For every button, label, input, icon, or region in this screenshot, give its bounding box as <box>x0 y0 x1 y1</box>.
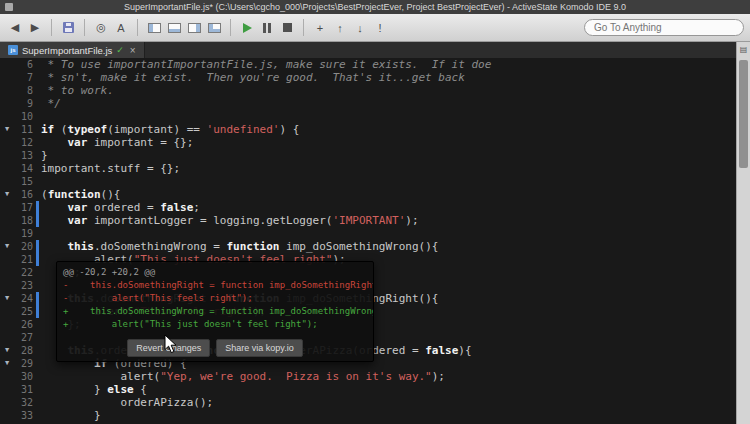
scrollbar-thumb[interactable] <box>739 60 748 168</box>
tab-close-icon[interactable]: × <box>130 45 136 56</box>
change-gutter <box>36 136 39 149</box>
change-gutter <box>36 162 39 175</box>
change-marker <box>36 201 39 214</box>
jump-prev-button[interactable]: ↑ <box>331 18 349 38</box>
toolbar: ◀▶◎A+↑↓! <box>0 14 750 42</box>
line-number: 29 <box>14 357 36 370</box>
change-marker <box>36 240 39 253</box>
line-number: 32 <box>14 396 36 409</box>
code-text: var importantLogger = logging.getLogger(… <box>41 214 736 227</box>
fold-arrow-icon[interactable]: ▼ <box>0 188 14 201</box>
code-line: 6 * To use importantImportantFile.js, ma… <box>0 58 736 71</box>
save-button-icon <box>63 22 74 33</box>
change-gutter <box>36 344 39 357</box>
window-title: SuperImportantFile.js* (C:\Users\cgcho_0… <box>124 2 626 12</box>
change-gutter <box>36 396 39 409</box>
content: js SuperImportantFile.js ✓ × 6 * To use … <box>0 42 750 424</box>
change-marker <box>36 253 39 266</box>
line-number: 8 <box>14 84 36 97</box>
fold-arrow-icon[interactable]: ▼ <box>0 344 14 357</box>
fold-gutter <box>0 227 14 240</box>
fold-arrow-icon[interactable]: ▼ <box>0 357 14 370</box>
color-scheme-button[interactable]: A <box>112 18 130 38</box>
change-marker <box>36 292 39 305</box>
add-button[interactable]: + <box>311 18 329 38</box>
change-gutter <box>36 84 39 97</box>
share-kopy-button[interactable]: Share via kopy.io <box>216 339 302 357</box>
line-number: 18 <box>14 214 36 227</box>
code-line: 32 orderAPizza(); <box>0 396 736 409</box>
code-text: } <box>41 149 736 162</box>
code-line: 13} <box>0 149 736 162</box>
line-number: 30 <box>14 370 36 383</box>
change-gutter <box>36 175 39 188</box>
stop-button[interactable] <box>278 18 296 38</box>
tab-label: SuperImportantFile.js <box>22 45 112 56</box>
pause-button-icon <box>263 23 271 33</box>
toggle-right-pane-button[interactable] <box>185 18 203 38</box>
code-editor[interactable]: 6 * To use importantImportantFile.js, ma… <box>0 58 736 424</box>
save-button[interactable] <box>59 18 77 38</box>
line-number: 17 <box>14 201 36 214</box>
panel-toggle-icon[interactable]: ▤ <box>737 42 750 58</box>
fold-gutter <box>0 149 14 162</box>
code-line: 8 * to work. <box>0 84 736 97</box>
code-line: 7 * sn't, make it exist. Then you're goo… <box>0 71 736 84</box>
diff-lines: - this.doSomethingRight = function imp_d… <box>57 279 373 331</box>
diff-popup-buttons: Revert ChangesShare via kopy.io <box>57 339 373 357</box>
fold-gutter <box>0 84 14 97</box>
fold-gutter <box>0 175 14 188</box>
toggle-left-pane-button[interactable] <box>145 18 163 38</box>
fold-gutter <box>0 201 14 214</box>
fold-gutter <box>0 331 14 344</box>
diff-deleted-line: - alert("This feels right"); <box>57 292 373 305</box>
forward-button[interactable]: ▶ <box>26 18 44 38</box>
line-number: 27 <box>14 331 36 344</box>
toggle-right-pane-button-icon <box>188 23 201 33</box>
code-line: 18 var importantLogger = logging.getLogg… <box>0 214 736 227</box>
fold-gutter <box>0 58 14 71</box>
code-line: 9 */ <box>0 97 736 110</box>
change-gutter <box>36 188 39 201</box>
preview-button[interactable]: ◎ <box>92 18 110 38</box>
line-number: 7 <box>14 71 36 84</box>
revert-changes-button[interactable]: Revert Changes <box>127 339 210 357</box>
pause-button[interactable] <box>258 18 276 38</box>
code-text: */ <box>41 97 736 110</box>
change-gutter <box>36 97 39 110</box>
toolbar-separator <box>51 19 52 36</box>
fold-arrow-icon[interactable]: ▼ <box>0 292 14 305</box>
go-to-anything-input[interactable] <box>584 19 744 36</box>
code-line: ▼20 this.doSomethingWrong = function imp… <box>0 240 736 253</box>
code-text: * sn't, make it exist. Then you're good.… <box>41 71 736 84</box>
run-button-icon <box>243 23 252 33</box>
fold-gutter <box>0 214 14 227</box>
fold-arrow-icon[interactable]: ▼ <box>0 240 14 253</box>
change-gutter <box>36 58 39 71</box>
change-gutter <box>36 409 39 422</box>
toggle-all-panes-button[interactable] <box>205 18 223 38</box>
diff-hunk-header: @@ -20,2 +20,2 @@ <box>57 266 373 279</box>
change-gutter <box>36 110 39 123</box>
breakpoint-button[interactable]: ! <box>371 18 389 38</box>
change-gutter <box>36 71 39 84</box>
stop-button-icon <box>283 23 292 32</box>
fold-gutter <box>0 71 14 84</box>
jump-next-button[interactable]: ↓ <box>351 18 369 38</box>
toggle-bottom-pane-button[interactable] <box>165 18 183 38</box>
change-gutter <box>36 383 39 396</box>
tab-superimportantfile[interactable]: js SuperImportantFile.js ✓ × <box>0 42 145 58</box>
diff-added-line: + this.doSomethingWrong = function imp_d… <box>57 305 373 318</box>
fold-arrow-icon[interactable]: ▼ <box>0 123 14 136</box>
toggle-all-panes-button-icon <box>208 23 221 33</box>
change-gutter <box>36 123 39 136</box>
tab-bar: js SuperImportantFile.js ✓ × <box>0 42 736 58</box>
run-button[interactable] <box>238 18 256 38</box>
line-number: 12 <box>14 136 36 149</box>
titlebar: SuperImportantFile.js* (C:\Users\cgcho_0… <box>0 0 750 14</box>
line-number: 9 <box>14 97 36 110</box>
line-number: 28 <box>14 344 36 357</box>
toolbar-separator <box>303 19 304 36</box>
back-button[interactable]: ◀ <box>6 18 24 38</box>
change-marker <box>36 305 39 318</box>
